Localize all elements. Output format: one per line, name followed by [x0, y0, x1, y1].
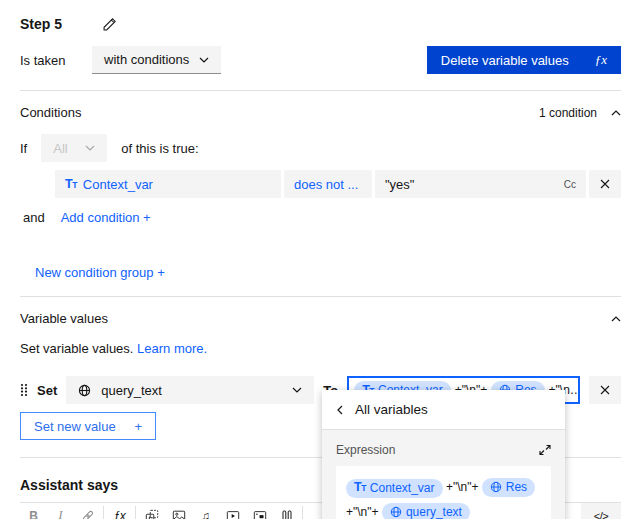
- variable-pill[interactable]: query_text: [382, 503, 470, 519]
- condition-row: TT Context_var does not ... "yes" Cc: [55, 170, 621, 198]
- description-text: Set variable values.: [20, 341, 133, 356]
- letter-case-icon[interactable]: Cc: [564, 179, 576, 190]
- pill-label: Res: [506, 475, 527, 500]
- drag-handle-icon[interactable]: [20, 383, 28, 397]
- expression-editor[interactable]: TT Context_var +"\n"+ Res +"\n"+: [336, 466, 551, 519]
- pause-button[interactable]: [273, 503, 300, 519]
- popup-body: Expression TT Context_var +"\n"+: [322, 430, 565, 519]
- chevron-down-icon: [292, 387, 302, 393]
- add-condition-label: Add condition: [61, 210, 140, 225]
- globe-icon: [390, 500, 402, 519]
- media-library-button[interactable]: [138, 503, 165, 519]
- delete-variable-values-button[interactable]: Delete variable values ƒx: [427, 46, 621, 74]
- any-all-value: All: [53, 141, 67, 156]
- variable-values-title: Variable values: [20, 311, 108, 326]
- set-variable-dropdown[interactable]: query_text: [66, 376, 314, 404]
- is-taken-row: Is taken with conditions Delete variable…: [20, 46, 621, 74]
- variable-pill[interactable]: Res: [482, 478, 535, 497]
- italic-button[interactable]: I: [47, 503, 74, 519]
- add-condition-link[interactable]: Add condition +: [61, 210, 151, 225]
- all-variables-label: All variables: [355, 402, 428, 417]
- string-type-icon: TT: [65, 177, 77, 191]
- condition-count: 1 condition: [539, 106, 597, 120]
- if-suffix: of this is true:: [121, 141, 198, 156]
- plus-icon: +: [134, 419, 142, 434]
- collapse-chevron-up-icon[interactable]: [611, 316, 621, 322]
- chevron-left-icon: [337, 405, 343, 415]
- any-all-dropdown[interactable]: All: [41, 134, 107, 162]
- variable-values-header: Variable values: [20, 297, 621, 338]
- operator-text: +"\n"+: [346, 505, 379, 519]
- step-editor-panel: Step 5 Is taken with conditions Delete v…: [0, 0, 643, 519]
- popup-back-row[interactable]: All variables: [322, 390, 565, 429]
- set-new-value-label: Set new value: [34, 419, 116, 434]
- condition-value: "yes": [385, 177, 414, 192]
- condition-operator-cell[interactable]: does not ...: [284, 170, 372, 198]
- condition-variable: Context_var: [83, 177, 153, 192]
- insert-image-button[interactable]: [165, 503, 192, 519]
- string-type-icon: TT: [354, 475, 366, 501]
- pill-label: Context_var: [370, 476, 435, 501]
- is-taken-value: with conditions: [104, 52, 189, 67]
- remove-set-value-button[interactable]: [589, 376, 621, 404]
- toolbar-separator: [103, 506, 104, 519]
- chevron-down-icon: [199, 57, 209, 63]
- step-header: Step 5: [20, 0, 621, 32]
- conditions-title: Conditions: [20, 105, 81, 120]
- plus-icon: +: [143, 210, 151, 225]
- collapse-chevron-up-icon[interactable]: [611, 110, 621, 116]
- pill-label: query_text: [406, 500, 462, 519]
- insert-expression-button[interactable]: ƒx: [106, 503, 133, 519]
- is-taken-dropdown[interactable]: with conditions: [92, 46, 221, 74]
- globe-icon: [78, 384, 91, 397]
- operator-text: +"\n"+: [446, 480, 479, 494]
- set-variable-value: query_text: [101, 383, 162, 398]
- condition-variable-cell[interactable]: TT Context_var: [55, 170, 281, 198]
- if-row: If All of this is true:: [20, 134, 621, 162]
- set-new-value-button[interactable]: Set new value +: [20, 412, 156, 440]
- learn-more-link[interactable]: Learn more.: [137, 341, 207, 356]
- condition-value-cell[interactable]: "yes" Cc: [375, 170, 586, 198]
- and-row: and Add condition +: [23, 210, 621, 225]
- variables-popup: All variables Expression TT Context_var …: [322, 390, 565, 519]
- edit-icon[interactable]: [102, 17, 117, 32]
- code-view-button[interactable]: </>: [581, 503, 621, 519]
- remove-condition-button[interactable]: [589, 170, 621, 198]
- chevron-down-icon: [85, 145, 95, 151]
- set-label: Set: [37, 383, 57, 398]
- and-label: and: [23, 210, 45, 225]
- insert-iframe-button[interactable]: [246, 503, 273, 519]
- conditions-header: Conditions 1 condition: [20, 91, 621, 132]
- insert-audio-button[interactable]: ♫: [192, 503, 219, 519]
- globe-icon: [490, 475, 502, 500]
- delete-variable-values-label: Delete variable values: [441, 53, 569, 68]
- step-title: Step 5: [20, 16, 62, 32]
- is-taken-label: Is taken: [20, 53, 92, 68]
- link-button[interactable]: [74, 503, 101, 519]
- expand-icon[interactable]: [539, 444, 551, 456]
- toolbar-separator: [302, 506, 303, 519]
- variable-values-description: Set variable values. Learn more.: [20, 341, 621, 356]
- expression-section-label: Expression: [336, 443, 395, 457]
- toolbar-separator: [135, 506, 136, 519]
- function-icon: ƒx: [595, 52, 607, 68]
- condition-operator: does not ...: [294, 177, 358, 192]
- new-condition-group-link[interactable]: New condition group +: [35, 265, 165, 280]
- variable-pill[interactable]: TT Context_var: [346, 479, 443, 498]
- if-label: If: [20, 141, 27, 156]
- bold-button[interactable]: B: [20, 503, 47, 519]
- insert-video-button[interactable]: [219, 503, 246, 519]
